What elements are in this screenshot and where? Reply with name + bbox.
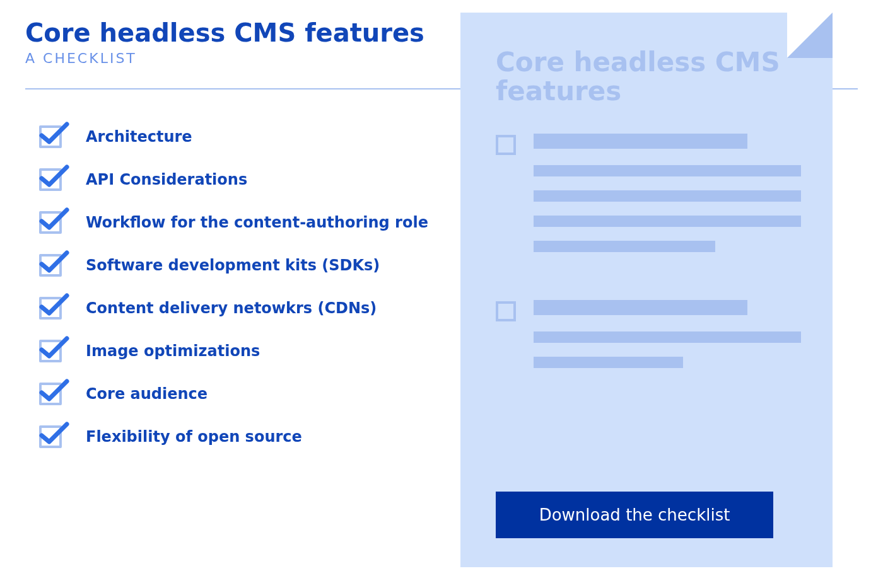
placeholder-line [534,190,801,202]
download-button[interactable]: Download the checklist [496,492,773,538]
checkbox-outline-icon [496,135,516,155]
checklist-item-label: Workflow for the content-authoring role [86,214,428,231]
checklist-item: Workflow for the content-authoring role [25,201,429,244]
checkmark-icon [39,211,62,234]
page-subtitle: A CHECKLIST [25,50,429,66]
checklist-item: Content delivery netowkrs (CDNs) [25,287,429,330]
placeholder-line [534,357,683,368]
placeholder-lines [534,300,801,382]
checklist-item: Software development kits (SDKs) [25,244,429,287]
left-column: Core headless CMS features A CHECKLIST A… [25,19,429,458]
checkmark-icon [39,297,62,320]
placeholder-line [534,300,747,315]
placeholder-line [534,165,801,176]
document-section [496,134,801,266]
checkmark-icon [39,425,62,448]
checklist: Architecture API Considerations Workflow… [25,115,429,458]
checklist-item: Image optimizations [25,330,429,372]
checkmark-icon [39,168,62,191]
placeholder-line [534,241,715,252]
page-title: Core headless CMS features [25,19,429,47]
checkmark-icon [39,254,62,277]
placeholder-lines [534,134,801,266]
document-section [496,300,801,382]
document-title: Core headless CMS features [496,48,801,106]
checklist-item-label: API Considerations [86,171,247,188]
checklist-item: Flexibility of open source [25,415,429,458]
placeholder-line [534,216,801,227]
placeholder-line [534,331,801,343]
checkbox-outline-icon [496,301,516,321]
document-body: Core headless CMS features [460,13,833,567]
checklist-item: Architecture [25,115,429,158]
checklist-item-label: Core audience [86,385,208,403]
checklist-item: API Considerations [25,158,429,201]
checklist-item-label: Software development kits (SDKs) [86,257,380,274]
document-preview: Core headless CMS features [460,13,833,567]
checkmark-icon [39,340,62,362]
checklist-item-label: Flexibility of open source [86,428,302,446]
checklist-item-label: Image optimizations [86,342,260,360]
checklist-item: Core audience [25,372,429,415]
checkmark-icon [39,383,62,405]
placeholder-line [534,134,747,149]
checklist-item-label: Architecture [86,128,192,146]
checklist-item-label: Content delivery netowkrs (CDNs) [86,299,377,317]
page-root: Core headless CMS features A CHECKLIST A… [0,0,883,588]
checkmark-icon [39,125,62,148]
download-button-label: Download the checklist [539,505,730,524]
